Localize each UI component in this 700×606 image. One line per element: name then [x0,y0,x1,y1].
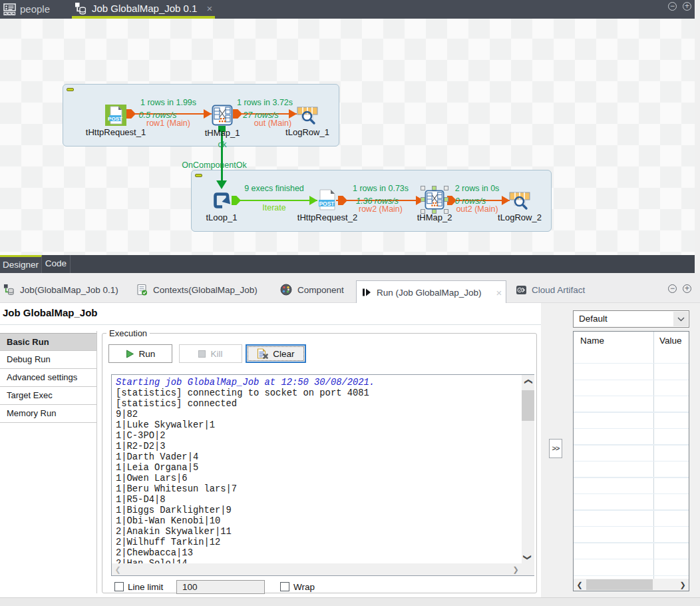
console-line: 1|R2-D2|3 [116,442,522,452]
run-nav-list: Basic Run Debug Run Advanced settings Ta… [0,333,96,423]
trigger-link-oncomponentok[interactable] [221,131,223,182]
tab-contexts[interactable]: Contexts(GlobalMap_Job) [136,276,258,303]
component-label[interactable]: tLogRow_1 [285,127,329,137]
console-line: 1|Biggs Darklighter|9 [116,505,522,516]
tab-component[interactable]: Component [280,276,344,303]
job-title: Job GlobalMap_Job [3,307,98,318]
trigger-name-label[interactable]: OnComponentOk [182,160,246,170]
console-hscrollbar[interactable]: ❮ ❯ [112,563,522,575]
ctx-scroll-left-icon[interactable]: ❮ [574,579,586,591]
tab-people-label: people [20,3,50,15]
console-line: Starting job GlobalMap_Job at 12:50 30/0… [116,378,522,388]
minimize-icon[interactable]: − [668,2,677,11]
trigger-ok-label: ok [218,140,226,149]
tab-run[interactable]: Run (Job GlobalMap_Job) × [356,280,506,304]
component-tloop-1-icon[interactable] [211,190,232,211]
line-limit-input[interactable]: 100 [176,580,265,594]
context-select-value: Default [579,314,608,324]
tab-code[interactable]: Code [42,255,71,273]
connection-out2-stat: 2 rows in 0s [455,184,500,193]
select-chevron-zone[interactable] [673,312,688,326]
component-thmap-1-icon[interactable] [212,105,233,126]
component-label[interactable]: tLogRow_2 [498,212,542,222]
component-thttprequest-2-icon[interactable]: POST [318,189,337,210]
column-header-value[interactable]: Value [659,336,682,346]
view-minimize-icon[interactable]: − [668,284,677,293]
kill-button[interactable]: Kill [179,344,242,363]
view-maximize-icon[interactable]: + [683,284,691,293]
subjob-2-collapse-icon[interactable] [195,174,202,177]
tab-people[interactable]: people [20,3,50,15]
connection-iterate-stat: 9 execs finished [244,184,304,193]
tab-job-view[interactable]: Job(GlobalMap_Job 0.1) [3,276,118,303]
scroll-up-icon[interactable]: ❯ [522,375,534,388]
console-line: 1|Obi-Wan Kenobi|10 [116,516,522,527]
scroll-down-icon[interactable]: ❯ [522,551,534,563]
connection-row1-name[interactable]: row1 (Main) [146,119,190,128]
component-label[interactable]: tHMap_2 [417,212,452,222]
connection-row1-stat: 1 rows in 1.99s [140,98,196,107]
console-vscrollbar[interactable]: ❯ ❯ [522,375,534,563]
tab-cloud-artifact[interactable]: Cloud Artifact [516,276,585,303]
tab-close-icon[interactable]: × [206,3,212,14]
view-tabbar: Job(GlobalMap_Job 0.1) Contexts(GlobalMa… [0,273,700,303]
kill-button-label: Kill [210,349,222,359]
component-label[interactable]: tHMap_1 [205,128,240,138]
component-thttprequest-1-icon[interactable]: POST [105,105,126,126]
component-tlogrow-2-icon[interactable] [509,189,530,210]
line-limit-checkbox[interactable] [114,582,124,591]
job-design-canvas[interactable]: ok OnComponentOk 1 rows in 1.99s 0.5 row… [0,19,695,255]
console-line: 1|Darth Vader|4 [116,452,522,463]
connection-iterate-name[interactable]: Iterate [262,203,285,212]
tab-job-globalmap[interactable]: Job GlobalMap_Job 0.1 × [75,2,212,15]
connection-out-name[interactable]: out (Main) [254,119,291,128]
context-hscrollbar[interactable]: ❮ ❯ [574,579,689,591]
people-file-icon [3,3,16,15]
console-vscroll-thumb[interactable] [522,390,534,421]
context-variables-table[interactable]: Name Value ❮ ❯ [573,331,689,591]
ctx-scroll-thumb[interactable] [586,579,653,590]
nav-item-advanced-settings[interactable]: Advanced settings [0,369,96,387]
scroll-right-icon[interactable]: ❯ [510,563,522,575]
expand-contexts-button[interactable]: >> [549,439,562,458]
maximize-icon[interactable]: + [683,2,691,11]
component-thmap-2-icon[interactable] [425,190,444,210]
console-line: 1|Owen Lars|6 [116,473,522,484]
console-line: [statistics] connecting to socket on por… [116,388,522,399]
component-label[interactable]: tLoop_1 [206,212,238,222]
console-line: 1|R5-D4|8 [116,495,522,505]
component-tlogrow-1-icon[interactable] [297,104,318,125]
tab-designer[interactable]: Designer [0,255,42,273]
console-line: 2|Wilhuff Tarkin|12 [116,537,522,548]
tab-job-label: Job GlobalMap_Job 0.1 [92,3,197,14]
tab-component-label: Component [297,285,344,295]
nav-item-target-exec[interactable]: Target Exec [0,387,96,405]
tab-run-close-icon[interactable]: × [496,287,502,298]
job-icon [75,2,87,15]
subjob-1-collapse-icon[interactable] [67,88,74,91]
component-label[interactable]: tHttpRequest_2 [297,212,357,222]
run-play-icon [126,350,134,358]
execution-console[interactable]: Starting job GlobalMap_Job at 12:50 30/0… [111,374,534,576]
run-button[interactable]: Run [108,344,172,363]
nav-item-debug-run[interactable]: Debug Run [0,351,96,369]
editor-tabbar: people Job GlobalMap_Job 0.1 × − + [0,0,695,19]
kill-stop-icon [198,350,206,358]
console-output: Starting job GlobalMap_Job at 12:50 30/0… [112,376,522,563]
column-header-name[interactable]: Name [580,336,604,346]
connection-row2-name[interactable]: row2 (Main) [359,204,403,214]
context-select[interactable]: Default [573,310,689,328]
tab-contexts-label: Contexts(GlobalMap_Job) [153,285,258,295]
component-label[interactable]: tHttpRequest_1 [86,127,146,137]
ctx-scroll-right-icon[interactable]: ❯ [677,579,689,591]
nav-item-basic-run[interactable]: Basic Run [0,333,96,351]
status-strip [0,597,700,606]
connection-iterate[interactable] [232,200,317,201]
clear-button[interactable]: Clear [246,344,306,363]
component-palette-icon [280,284,292,296]
nav-item-memory-run[interactable]: Memory Run [0,405,96,423]
wrap-checkbox[interactable] [280,582,289,591]
scroll-left-icon[interactable]: ❮ [112,563,124,575]
wrap-label: Wrap [293,582,315,592]
connection-out2-name[interactable]: out2 (Main) [456,204,498,214]
